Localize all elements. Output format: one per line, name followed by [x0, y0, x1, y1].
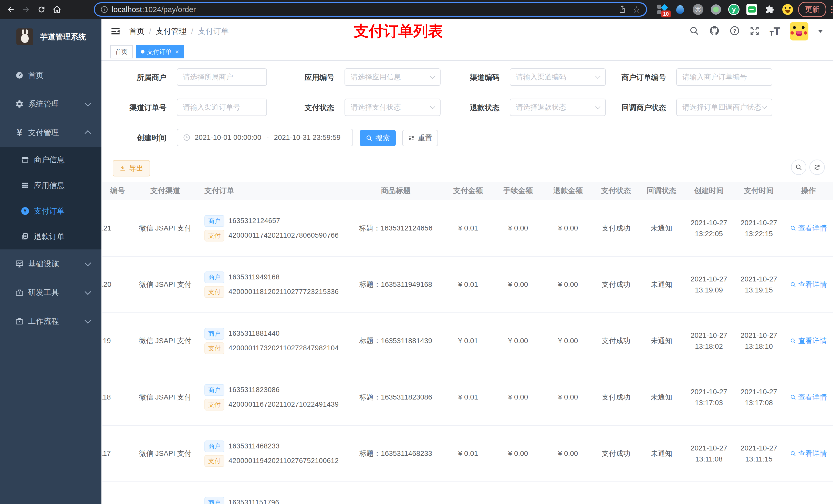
sidebar-item-pay[interactable]: ¥ 支付管理	[0, 118, 101, 147]
search-icon	[790, 225, 796, 231]
svg-text:¥: ¥	[24, 208, 27, 214]
clock-icon	[183, 134, 191, 141]
sidebar-item-workflow[interactable]: 工作流程	[0, 307, 101, 335]
create-time-filter-label: 创建时间	[137, 133, 166, 143]
reset-button[interactable]: 重置	[402, 130, 438, 146]
notify-status-filter-select[interactable]: 请选择订单回调商户状态	[676, 99, 772, 116]
browser-forward-button[interactable]	[20, 3, 33, 16]
browser-reload-button[interactable]	[35, 3, 48, 16]
table-row: 商户 1635311151796 支付	[102, 481, 833, 504]
bookmark-star-icon[interactable]: ☆	[633, 5, 640, 14]
merchant-tag: 商户	[205, 215, 224, 227]
show-search-toggle-button[interactable]	[791, 160, 806, 175]
sidebar-item-home[interactable]: 首页	[0, 61, 101, 90]
emoji-extension-icon[interactable]	[782, 4, 793, 15]
github-icon[interactable]	[709, 25, 720, 37]
pay-time-cell: 2021-10-2713:11:15	[734, 442, 784, 465]
circle-extension-icon[interactable]	[710, 4, 722, 15]
refresh-icon	[408, 135, 415, 141]
view-detail-link[interactable]: 查看详情	[790, 223, 827, 233]
breadcrumb-section[interactable]: 支付管理	[156, 26, 187, 37]
pay-tag: 支付	[205, 399, 224, 410]
order-id-cell: 121	[102, 224, 130, 232]
refund-amount-cell: ¥ 0.00	[543, 450, 593, 458]
help-icon[interactable]: ?	[730, 26, 740, 37]
merchant-order-no-filter-label: 商户订单编号	[621, 72, 666, 83]
pay-order-table: 编号 支付渠道 支付订单 商品标题 支付金额 手续金额 退款金额 支付状态 回调…	[102, 182, 833, 504]
pay-status-filter-label: 支付状态	[305, 103, 334, 113]
page-title: 支付订单列表	[354, 21, 443, 41]
breadcrumb-current: 支付订单	[198, 26, 229, 37]
view-detail-link[interactable]: 查看详情	[790, 449, 827, 458]
table-body: 121 微信 JSAPI 支付 商户 1635312124657 支付 4200…	[102, 200, 833, 504]
tag-home[interactable]: 首页	[110, 45, 133, 58]
gear-icon	[14, 100, 25, 108]
browser-update-button[interactable]: 更新	[798, 2, 826, 17]
avatar[interactable]	[790, 22, 808, 41]
channel-order-no-filter-input[interactable]: 请输入渠道订单号	[177, 99, 267, 116]
browser-home-button[interactable]	[50, 3, 64, 16]
product-title-cell: 标题：1635311881439	[348, 336, 443, 346]
pay-tag: 支付	[205, 286, 224, 298]
merchant-filter-input[interactable]: 请选择所属商户	[177, 68, 267, 86]
pay-status-filter-select[interactable]: 请选择支付状态	[344, 99, 441, 116]
product-title-cell: 标题：1635311468233	[348, 449, 443, 458]
create-time-cell: 2021-10-2713:18:02	[684, 330, 734, 352]
sidebar-item-system[interactable]: 系统管理	[0, 90, 101, 118]
balloon-extension-icon[interactable]	[674, 4, 686, 15]
fullscreen-icon[interactable]	[749, 26, 760, 37]
tag-pay-order[interactable]: 支付订单 ×	[136, 45, 184, 58]
sidebar-collapse-button[interactable]	[110, 26, 121, 37]
sketch-extension-icon[interactable]: 10	[656, 4, 668, 15]
view-detail-link[interactable]: 查看详情	[790, 280, 827, 289]
refresh-table-button[interactable]	[809, 160, 825, 175]
browser-menu-icon[interactable]	[831, 6, 832, 13]
hamburger-fold-icon	[110, 26, 121, 37]
url-bar[interactable]: localhost:1024/pay/order ☆	[94, 2, 647, 17]
chevron-down-icon	[85, 317, 91, 323]
url-text: localhost:1024/pay/order	[112, 5, 196, 14]
pay-status-cell: 支付成功	[593, 392, 639, 402]
date-start: 2021-10-01 00:00:00	[195, 134, 261, 142]
merchant-tag: 商户	[205, 497, 224, 504]
avatar-caret-icon[interactable]	[818, 30, 823, 33]
command-extension-icon[interactable]: ⌘	[692, 4, 704, 15]
sidebar-item-merchant-info[interactable]: 商户信息	[0, 147, 101, 173]
pay-amount-cell: ¥ 0.01	[443, 281, 493, 289]
chat-extension-icon[interactable]	[746, 4, 758, 15]
pay-order-cell: 商户 1635311823086 支付 42000011672021102710…	[200, 381, 348, 413]
forward-icon	[22, 5, 30, 14]
extensions-puzzle-icon[interactable]	[764, 4, 776, 15]
app-logo-row: 芋道管理系统	[0, 19, 101, 49]
table-row: 119 微信 JSAPI 支付 商户 1635311881440 支付 4200…	[102, 312, 833, 369]
search-button[interactable]: 搜索	[360, 130, 396, 146]
y-extension-icon[interactable]: y	[728, 4, 740, 15]
export-button[interactable]: 导出	[113, 160, 150, 176]
pay-submenu: 商户信息 应用信息 ¥ 支付订单 退款订单	[0, 147, 101, 249]
close-icon[interactable]: ×	[175, 48, 179, 55]
app-filter-select[interactable]: 请选择应用信息	[344, 68, 441, 86]
action-cell: 查看详情	[784, 392, 833, 402]
breadcrumb-home[interactable]: 首页	[129, 26, 144, 37]
sidebar-item-app-info[interactable]: 应用信息	[0, 173, 101, 198]
sidebar-item-pay-order[interactable]: ¥ 支付订单	[0, 198, 101, 224]
merchant-order-no-filter-input[interactable]: 请输入商户订单编号	[676, 68, 772, 86]
sidebar-item-refund-order[interactable]: 退款订单	[0, 224, 101, 249]
search-icon	[790, 282, 796, 288]
view-detail-link[interactable]: 查看详情	[790, 392, 827, 402]
share-icon[interactable]	[618, 5, 626, 14]
view-detail-link[interactable]: 查看详情	[790, 336, 827, 346]
create-time-range-input[interactable]: 2021-10-01 00:00:00 - 2021-10-31 23:59:5…	[177, 129, 353, 146]
pay-status-cell: 支付成功	[593, 449, 639, 458]
font-size-icon[interactable]: TT	[769, 26, 780, 37]
create-time-cell: 2021-10-2713:17:03	[684, 386, 734, 408]
pay-amount-cell: ¥ 0.01	[443, 450, 493, 458]
sidebar-menu: 首页 系统管理 ¥ 支付管理 商户信息 应用信息	[0, 61, 101, 335]
header-search-icon[interactable]	[689, 26, 699, 37]
back-icon	[6, 5, 15, 14]
fee-amount-cell: ¥ 0.00	[493, 450, 543, 458]
sidebar-item-dev-tools[interactable]: 研发工具	[0, 278, 101, 307]
site-info-icon[interactable]	[100, 6, 108, 13]
browser-back-button[interactable]	[4, 3, 18, 16]
sidebar-item-infra[interactable]: 基础设施	[0, 249, 101, 278]
